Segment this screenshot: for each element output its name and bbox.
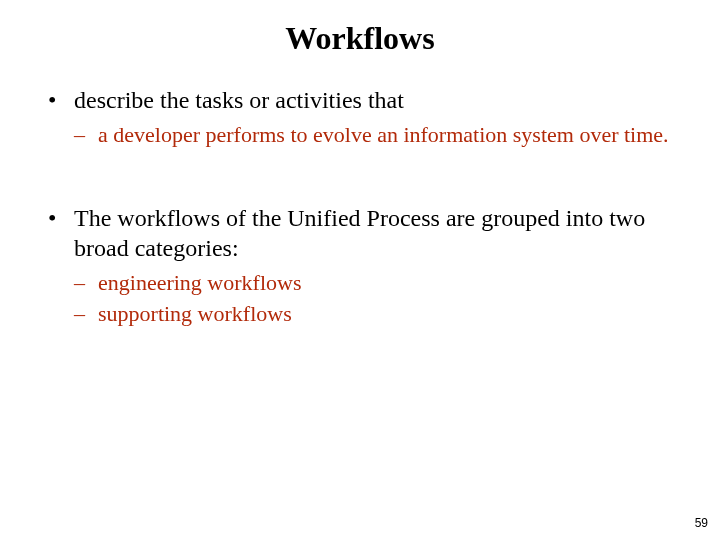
bullet-item: • describe the tasks or activities that [48, 85, 672, 115]
sub-bullet-marker: – [74, 269, 98, 297]
bullet-text: The workflows of the Unified Process are… [74, 203, 672, 263]
sub-bullet-item: – engineering workflows [74, 269, 672, 297]
sub-bullet-marker: – [74, 121, 98, 149]
spacer [48, 153, 672, 203]
sub-bullet-text: supporting workflows [98, 300, 672, 328]
sub-bullet-text: a developer performs to evolve an inform… [98, 121, 672, 149]
bullet-text: describe the tasks or activities that [74, 85, 672, 115]
bullet-marker: • [48, 203, 74, 263]
slide-title: Workflows [0, 0, 720, 85]
sub-bullet-marker: – [74, 300, 98, 328]
page-number: 59 [695, 516, 708, 530]
sub-bullet-text: engineering workflows [98, 269, 672, 297]
slide: Workflows • describe the tasks or activi… [0, 0, 720, 540]
bullet-marker: • [48, 85, 74, 115]
sub-bullet-item: – a developer performs to evolve an info… [74, 121, 672, 149]
sub-bullet-item: – supporting workflows [74, 300, 672, 328]
slide-content: • describe the tasks or activities that … [0, 85, 720, 328]
bullet-item: • The workflows of the Unified Process a… [48, 203, 672, 263]
